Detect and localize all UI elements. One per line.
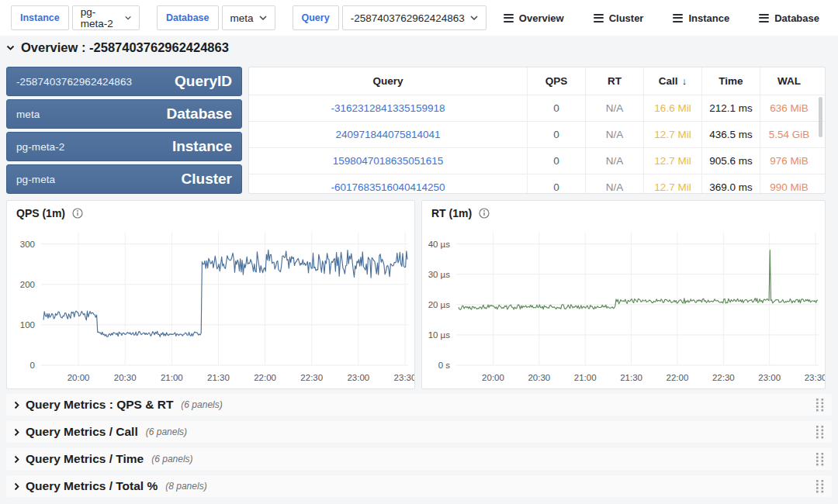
svg-text:22:30: 22:30 [712,373,735,382]
column-header-wal[interactable]: WAL [760,67,818,95]
svg-text:23:00: 23:00 [347,373,369,382]
query-id-link[interactable]: -3162312841335159918 [331,102,445,114]
nav-link-cluster[interactable]: Cluster [594,12,644,24]
chevron-down-icon [125,16,131,20]
qps-chart[interactable]: 010020030020:0020:3021:0021:3022:0022:30… [7,226,414,388]
chevron-down-icon [259,16,267,20]
stat-value: meta [16,109,40,120]
table-scrollbar[interactable] [819,97,822,137]
rt-chart[interactable]: 0 s10 µs20 µs30 µs40 µs20:0020:3021:0021… [422,226,825,388]
drag-handle-icon[interactable] [816,480,824,493]
wal-cell: 976 MiB [760,148,818,174]
row-title: Query Metrics / Call [26,425,138,439]
overview-row-title: Overview : -2587403762962424863 [21,40,229,55]
svg-text:0: 0 [30,361,35,370]
dashboard-list-icon [504,14,514,22]
row-query-metrics-total-pct[interactable]: Query Metrics / Total % (8 panels) [6,475,832,497]
query-filter-value: -2587403762962424863 [351,12,465,24]
column-header-qps[interactable]: QPS [527,67,585,95]
row-query-metrics-time[interactable]: Query Metrics / Time (6 panels) [6,448,832,470]
chevron-right-icon [14,455,19,464]
nav-link-label: Instance [688,12,729,24]
column-header-query[interactable]: Query [249,67,527,95]
dashboard-list-icon [594,14,604,22]
drag-handle-icon[interactable] [816,399,824,412]
chevron-down-icon [470,16,478,20]
column-header-time[interactable]: Time [701,67,760,95]
column-header-rt[interactable]: RT [585,67,643,95]
rt-cell: N/A [585,95,643,121]
column-header-call[interactable]: Call ↓ [643,67,701,95]
query-filter-select[interactable]: -2587403762962424863 [342,5,487,30]
svg-text:23:30: 23:30 [394,373,414,382]
stat-label: Database [167,105,233,123]
qps-cell: 0 [527,148,585,174]
info-icon[interactable] [479,208,490,219]
nav-link-database[interactable]: Database [759,12,819,24]
nav-link-label: Overview [519,12,564,24]
stat-label: Cluster [182,171,232,188]
database-filter: Database meta [157,5,275,30]
row-title: Query Metrics : QPS & RT [26,398,173,412]
svg-text:40 µs: 40 µs [428,240,451,249]
svg-text:200: 200 [20,280,35,289]
svg-text:22:00: 22:00 [254,373,276,382]
wal-cell: 636 MiB [760,95,818,121]
time-cell: 905.6 ms [701,148,760,174]
row-panel-count: (6 panels) [146,426,187,437]
info-icon[interactable] [72,208,83,219]
grafana-dashboard: Instance pg-meta-2 Database meta Query -… [0,0,838,504]
query-id-link[interactable]: 1598047018635051615 [333,155,444,167]
svg-text:100: 100 [20,320,35,330]
svg-text:22:30: 22:30 [300,373,323,382]
instance-filter-select[interactable]: pg-meta-2 [72,5,140,30]
nav-link-instance[interactable]: Instance [673,12,729,24]
stat-cards: -2587403762962424863 QueryID meta Databa… [6,67,242,194]
database-filter-select[interactable]: meta [222,5,275,30]
table-header-row: Query QPS RT Call ↓ Time WAL [249,67,825,95]
database-filter-label: Database [157,5,219,30]
query-id-link[interactable]: -6017683516040414250 [331,181,445,193]
wal-cell: 990 MiB [760,174,818,194]
column-header-label: Call [659,75,678,87]
rt-cell: N/A [585,148,643,174]
query-id-link[interactable]: 240971844075814041 [335,129,440,140]
stat-label: QueryID [175,73,232,90]
svg-text:10 µs: 10 µs [428,330,451,340]
table-row: 240971844075814041 0 N/A 12.7 Mil 436.5 … [249,121,825,147]
table-row: -6017683516040414250 0 N/A 12.7 Mil 369.… [249,174,825,194]
overview-row-header[interactable]: Overview : -2587403762962424863 [6,40,229,55]
svg-text:21:30: 21:30 [620,373,642,382]
row-query-metrics-call[interactable]: Query Metrics / Call (6 panels) [6,421,832,443]
call-cell: 12.7 Mil [643,174,701,194]
drag-handle-icon[interactable] [816,453,824,466]
nav-link-label: Cluster [609,12,644,24]
chevron-down-icon [6,45,15,50]
dashboard-list-icon [759,14,769,22]
qps-cell: 0 [527,122,585,147]
qps-chart-panel: QPS (1m) 010020030020:0020:3021:0021:302… [6,200,415,389]
chevron-right-icon [14,428,19,437]
stat-value: pg-meta-2 [16,141,64,153]
time-cell: 212.1 ms [701,95,760,121]
row-query-metrics-qps-rt[interactable]: Query Metrics : QPS & RT (6 panels) [6,394,832,416]
drag-handle-icon[interactable] [816,426,824,439]
svg-text:300: 300 [20,240,35,249]
rt-cell: N/A [585,174,643,194]
svg-text:20:30: 20:30 [528,373,550,382]
call-cell: 12.7 Mil [643,122,701,147]
dashboard-links: Overview Cluster Instance Database [504,12,819,24]
stat-value: -2587403762962424863 [16,76,132,88]
instance-filter-label: Instance [11,5,69,30]
svg-text:20:30: 20:30 [114,373,137,382]
stat-card-instance: pg-meta-2 Instance [6,132,242,161]
nav-link-label: Database [774,12,819,24]
database-filter-value: meta [230,12,254,24]
rt-cell: N/A [585,122,643,147]
svg-text:20:00: 20:00 [482,373,504,382]
query-filter: Query -2587403762962424863 [293,5,487,30]
svg-text:0 s: 0 s [438,361,451,370]
rt-panel-title: RT (1m) [431,207,472,219]
time-cell: 369.0 ms [701,174,760,194]
nav-link-overview[interactable]: Overview [504,12,564,24]
